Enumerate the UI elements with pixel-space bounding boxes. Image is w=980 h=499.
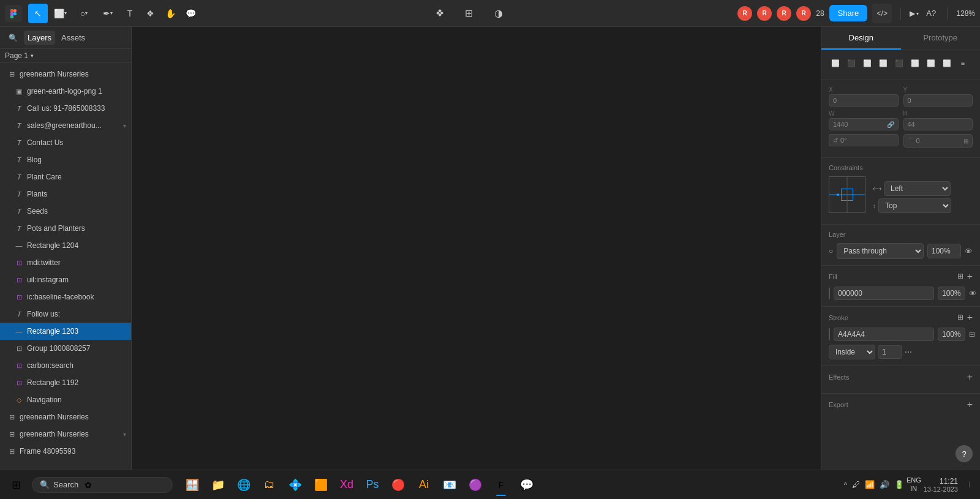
layer-item-pots-planters[interactable]: TPots and Planters: [0, 220, 131, 237]
fill-hex-input[interactable]: [834, 287, 934, 300]
network-icon[interactable]: 📶: [865, 480, 875, 489]
layer-item-sales-email[interactable]: Tsales@greenearthou...▾: [0, 117, 131, 134]
stroke-position-select[interactable]: InsideOutsideCenter: [829, 345, 875, 359]
blend-mode-select[interactable]: Pass throughNormalMultiplyScreen: [837, 243, 924, 259]
stroke-dash-icon[interactable]: ⊟: [969, 330, 975, 339]
design-tab[interactable]: Design: [821, 27, 901, 50]
stroke-more-icon[interactable]: ⋯: [905, 348, 912, 356]
layer-item-greenearth-nurseries-frame2[interactable]: ⊞greenearth Nurseries: [0, 408, 131, 426]
layer-item-rect-1203[interactable]: —Rectangle 1203: [0, 323, 131, 340]
hand-tool[interactable]: ✋: [160, 4, 180, 23]
taskbar-app-12[interactable]: 🟣: [463, 473, 488, 497]
taskbar-app-windows-store[interactable]: 🪟: [180, 473, 205, 497]
layer-item-rect-1192[interactable]: ⊡Rectangle 1192: [0, 374, 131, 391]
play-button[interactable]: ▶▾: [910, 9, 919, 18]
align-bottom[interactable]: ⬜: [908, 56, 922, 70]
layer-item-follow-us[interactable]: TFollow us:: [0, 306, 131, 323]
layer-item-plants[interactable]: TPlants: [0, 186, 131, 203]
clock[interactable]: 11:21 13-12-2023: [924, 477, 958, 493]
layer-item-rect-1204[interactable]: —Rectangle 1204: [0, 237, 131, 254]
taskbar-app-photoshop[interactable]: Ps: [360, 473, 385, 497]
avatar-count[interactable]: 28: [816, 9, 824, 18]
canvas[interactable]: [132, 27, 821, 470]
prototype-tab[interactable]: Prototype: [901, 27, 981, 50]
taskbar-app-figma[interactable]: F: [489, 473, 513, 497]
text-tool[interactable]: T: [120, 4, 140, 23]
opacity-input[interactable]: [927, 244, 961, 258]
distribute-v[interactable]: ⬜: [940, 56, 954, 70]
add-fill-button[interactable]: +: [967, 272, 973, 282]
pen-icon[interactable]: 🖊: [852, 480, 860, 489]
taskbar-app-xd[interactable]: Xd: [334, 473, 359, 497]
add-export-button[interactable]: +: [967, 400, 973, 410]
sound-icon[interactable]: 🔊: [880, 480, 889, 489]
battery-icon[interactable]: 🔋: [894, 480, 904, 489]
stroke-swatch[interactable]: [829, 328, 830, 340]
taskbar-app-illustrator[interactable]: Ai: [412, 473, 436, 497]
align-right[interactable]: ⬜: [861, 56, 874, 70]
x-input[interactable]: 0: [829, 94, 899, 107]
add-effect-button[interactable]: +: [967, 372, 973, 382]
taskbar-app-file-manager[interactable]: 🗂: [257, 473, 282, 497]
stroke-width-input[interactable]: [878, 345, 902, 359]
show-hidden-icon[interactable]: ^: [844, 481, 847, 489]
frame-tool-dropdown[interactable]: ⬜▾: [48, 4, 72, 23]
taskbar-app-chrome[interactable]: 🔴: [386, 473, 410, 497]
w-input[interactable]: 1440 🔗: [829, 118, 899, 130]
taskbar-app-file-explorer[interactable]: 📁: [206, 473, 230, 497]
layer-item-ic-facebook[interactable]: ⊡ic:baseline-facebook: [0, 288, 131, 306]
comment-tool[interactable]: 💬: [181, 4, 200, 23]
layer-item-frame-48095593[interactable]: ⊞Frame 48095593: [0, 443, 131, 460]
layer-item-carbon-search[interactable]: ⊡carbon:search: [0, 357, 131, 374]
pen-tool-dropdown[interactable]: ✒▾: [96, 4, 119, 23]
layer-item-mdi-twitter[interactable]: ⊡mdi:twitter: [0, 254, 131, 271]
more-align[interactable]: ≡: [956, 56, 970, 70]
layer-item-greenearth-nurseries-frame3[interactable]: ⊞greenearth Nurseries▾: [0, 426, 131, 443]
taskbar-app-edge[interactable]: 🌐: [232, 473, 256, 497]
add-stroke-button[interactable]: +: [967, 313, 973, 323]
language-indicator[interactable]: ENG IN: [907, 476, 921, 492]
page-name[interactable]: Page 1 ▾: [5, 51, 34, 60]
stroke-grid-icon[interactable]: ⊞: [957, 313, 963, 323]
layer-item-blog[interactable]: TBlog: [0, 151, 131, 168]
layer-item-plant-care[interactable]: TPlant Care: [0, 168, 131, 186]
layer-item-greenearth-nurseries-frame1[interactable]: ⊞greenearth Nurseries: [0, 66, 131, 83]
layer-item-group-1000808257[interactable]: ⊡Group 1000808257: [0, 340, 131, 357]
align-top[interactable]: ⬜: [876, 56, 890, 70]
component-icon[interactable]: ❖: [430, 4, 450, 23]
stroke-opacity-input[interactable]: [938, 328, 965, 341]
assets-tab[interactable]: Assets: [58, 31, 89, 45]
layer-item-seeds[interactable]: TSeeds: [0, 203, 131, 220]
code-view-button[interactable]: </>: [872, 4, 892, 23]
share-button[interactable]: Share: [829, 5, 868, 21]
fill-opacity-input[interactable]: [938, 287, 965, 300]
contrast-icon[interactable]: ◑: [489, 4, 508, 23]
search-bar[interactable]: 🔍 Search ✿: [32, 477, 173, 493]
auto-layout-icon[interactable]: ⊞: [459, 4, 479, 23]
v-constraint-select[interactable]: TopBottomTop and BottomCenterScale: [878, 198, 951, 213]
show-desktop-button[interactable]: ▕: [960, 478, 975, 492]
stroke-hex-input[interactable]: [834, 328, 934, 341]
accessibility-button[interactable]: A?: [924, 6, 938, 21]
rot-input[interactable]: ↺ 0°: [829, 134, 899, 146]
layer-item-uil-instagram[interactable]: ⊡uil:instagram: [0, 271, 131, 288]
figma-logo[interactable]: [5, 5, 22, 22]
align-left[interactable]: ⬜: [829, 56, 842, 70]
layer-item-contact-us[interactable]: TContact Us: [0, 134, 131, 151]
fill-swatch[interactable]: [829, 287, 830, 299]
fill-visibility-icon[interactable]: 👁: [969, 289, 977, 298]
y-input[interactable]: 0: [903, 94, 973, 107]
shape-tool-dropdown[interactable]: ○▾: [72, 4, 96, 23]
align-center-v[interactable]: ⬛: [892, 56, 906, 70]
taskbar-app-14[interactable]: 💬: [514, 473, 539, 497]
page-selector[interactable]: Page 1 ▾: [0, 49, 131, 63]
taskbar-app-mail[interactable]: 📧: [437, 473, 462, 497]
move-tool[interactable]: ↖: [28, 4, 48, 23]
component-tool[interactable]: ❖: [140, 4, 160, 23]
zoom-level[interactable]: 128%: [956, 9, 975, 18]
align-center-h[interactable]: ⬛: [845, 56, 858, 70]
visibility-toggle[interactable]: 👁: [965, 247, 973, 256]
layer-item-green-earth-logo[interactable]: ▣green-earth-logo-png 1: [0, 83, 131, 100]
h-constraint-select[interactable]: LeftRightLeft and RightCenterScale: [884, 181, 951, 196]
layer-item-call-us[interactable]: TCall us: 91-7865008333: [0, 100, 131, 117]
